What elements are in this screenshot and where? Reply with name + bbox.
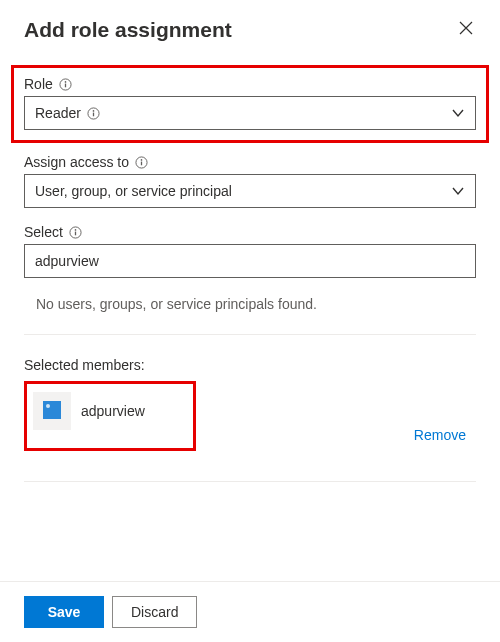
role-field: Role Reader — [16, 70, 484, 138]
assign-label-row: Assign access to — [24, 154, 476, 170]
app-icon — [40, 398, 64, 425]
svg-point-10 — [75, 229, 77, 231]
svg-rect-2 — [65, 83, 66, 87]
select-input[interactable] — [35, 253, 465, 269]
svg-point-1 — [64, 81, 66, 83]
panel-header: Add role assignment — [24, 18, 476, 42]
info-icon[interactable] — [135, 156, 148, 169]
svg-point-7 — [141, 159, 143, 161]
svg-point-4 — [93, 110, 95, 112]
remove-member-button[interactable]: Remove — [408, 426, 472, 444]
select-input-wrap — [24, 244, 476, 278]
role-label: Role — [24, 76, 53, 92]
svg-rect-11 — [75, 231, 76, 235]
assign-field: Assign access to User, group, or service… — [24, 154, 476, 208]
svg-rect-5 — [93, 112, 94, 116]
svg-point-13 — [46, 404, 50, 408]
footer: Save Discard — [0, 581, 500, 642]
chevron-down-icon — [451, 106, 465, 120]
role-label-row: Role — [24, 76, 476, 92]
select-label-row: Select — [24, 224, 476, 240]
close-icon — [458, 24, 474, 39]
assign-label: Assign access to — [24, 154, 129, 170]
panel-title: Add role assignment — [24, 18, 232, 42]
close-button[interactable] — [456, 18, 476, 38]
divider — [24, 481, 476, 482]
info-icon[interactable] — [87, 107, 100, 120]
member-avatar — [33, 392, 71, 430]
search-results: No users, groups, or service principals … — [24, 296, 476, 335]
results-empty-text: No users, groups, or service principals … — [36, 296, 317, 312]
selected-member-highlight: adpurview — [24, 381, 196, 451]
role-select[interactable]: Reader — [24, 96, 476, 130]
selected-members-label: Selected members: — [24, 357, 476, 373]
select-field: Select — [24, 224, 476, 278]
select-label: Select — [24, 224, 63, 240]
info-icon[interactable] — [69, 226, 82, 239]
member-name: adpurview — [81, 403, 145, 419]
assign-select[interactable]: User, group, or service principal — [24, 174, 476, 208]
svg-rect-12 — [43, 401, 61, 419]
discard-button[interactable]: Discard — [112, 596, 197, 628]
save-button[interactable]: Save — [24, 596, 104, 628]
svg-rect-8 — [141, 161, 142, 165]
info-icon[interactable] — [59, 78, 72, 91]
assign-select-value: User, group, or service principal — [35, 183, 232, 199]
chevron-down-icon — [451, 184, 465, 198]
role-select-value: Reader — [35, 105, 81, 121]
selected-member-row: adpurview — [33, 392, 187, 430]
